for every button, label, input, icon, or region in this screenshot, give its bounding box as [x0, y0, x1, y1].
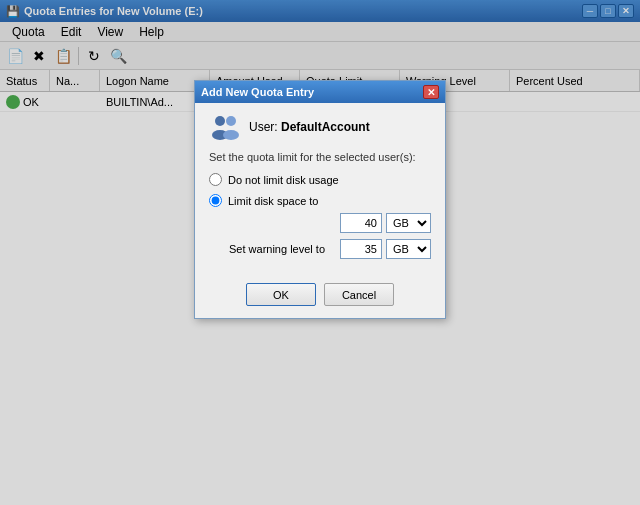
limit-radio-label[interactable]: Limit disk space to	[228, 195, 318, 207]
user-row: User: DefaultAccount	[209, 113, 431, 141]
warning-input[interactable]	[340, 239, 382, 259]
svg-point-0	[215, 116, 225, 126]
svg-point-3	[223, 130, 239, 140]
dialog-close-button[interactable]: ✕	[423, 85, 439, 99]
cancel-button[interactable]: Cancel	[324, 283, 394, 306]
limit-unit-select[interactable]: KB MB GB TB	[386, 213, 431, 233]
warning-level-row: Set warning level to KB MB GB TB	[209, 239, 431, 259]
ok-button[interactable]: OK	[246, 283, 316, 306]
limit-radio[interactable]	[209, 194, 222, 207]
warning-label: Set warning level to	[229, 243, 336, 255]
limit-input[interactable]	[340, 213, 382, 233]
no-limit-label[interactable]: Do not limit disk usage	[228, 174, 339, 186]
user-icon	[209, 113, 241, 141]
user-label: User:	[249, 120, 278, 134]
dialog-title: Add New Quota Entry	[201, 86, 423, 98]
dialog-footer: OK Cancel	[195, 275, 445, 318]
no-limit-radio[interactable]	[209, 173, 222, 186]
dialog-titlebar: Add New Quota Entry ✕	[195, 81, 445, 103]
dialog: Add New Quota Entry ✕ User: Defa	[194, 80, 446, 319]
limit-value-row: KB MB GB TB	[209, 213, 431, 233]
modal-overlay: Add New Quota Entry ✕ User: Defa	[0, 0, 640, 505]
dialog-content: User: DefaultAccount Set the quota limit…	[195, 103, 445, 275]
user-info: User: DefaultAccount	[249, 120, 370, 134]
quota-description: Set the quota limit for the selected use…	[209, 151, 431, 163]
warning-unit-select[interactable]: KB MB GB TB	[386, 239, 431, 259]
user-name: DefaultAccount	[281, 120, 370, 134]
svg-point-2	[226, 116, 236, 126]
users-svg	[209, 113, 241, 141]
limit-radio-row: Limit disk space to	[209, 194, 431, 207]
no-limit-row: Do not limit disk usage	[209, 173, 431, 186]
